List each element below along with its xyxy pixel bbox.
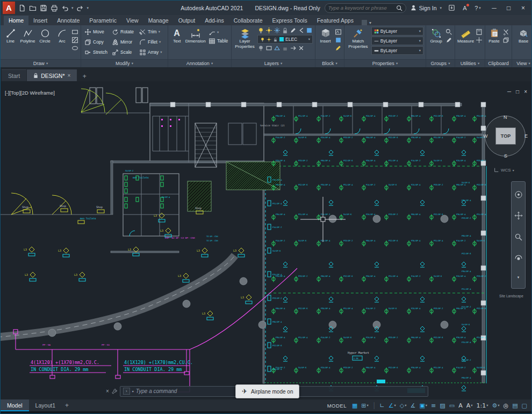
upper-rooms[interactable]	[153, 103, 189, 162]
socket-symbol[interactable]	[283, 356, 287, 360]
layer-walk-icon[interactable]	[265, 45, 272, 52]
stretch-button[interactable]: Stretch	[83, 47, 111, 57]
object-color-dropdown[interactable]: ByLayer▾	[371, 27, 423, 35]
toilets-block[interactable]	[123, 174, 179, 236]
circuit-label[interactable]: P2U/DP-4	[411, 184, 420, 186]
layers-panel-title[interactable]: Layers▾	[232, 59, 315, 67]
ribbon-tab-express-tools[interactable]: Express Tools	[267, 16, 312, 25]
move-button[interactable]: Move	[83, 27, 111, 37]
compass-north[interactable]: N	[504, 115, 507, 120]
circuit-label[interactable]: P3U/DP-4	[276, 337, 285, 339]
circuit-label[interactable]: P1A/DP-2	[456, 137, 465, 139]
round-column[interactable]	[373, 215, 380, 223]
lighting-panel-symbol[interactable]	[239, 248, 244, 253]
circuit-label[interactable]: PS1/DP-4	[389, 160, 398, 162]
clipboard-panel-title[interactable]: Clipboard	[485, 59, 512, 67]
copy-button[interactable]: Copy	[83, 37, 111, 47]
circuit-label[interactable]: P1A/DP-2	[321, 115, 330, 117]
cyan-fixture[interactable]	[377, 380, 385, 383]
circuit-label[interactable]: P6U/DP-4	[366, 367, 375, 369]
ribbon-tab-featured-apps[interactable]: Featured Apps	[312, 16, 358, 25]
shop-label[interactable]: Shop	[22, 205, 28, 209]
circuit-label[interactable]: SU/DP-6	[462, 324, 470, 326]
arc-button[interactable]: Arc	[54, 27, 70, 44]
circuit-label[interactable]: P1A/DP-2	[456, 367, 465, 369]
ribbon-tab-collaborate[interactable]: Collaborate	[229, 16, 268, 25]
new-button[interactable]	[17, 3, 27, 13]
chevron-down-icon[interactable]: ▾	[132, 389, 134, 393]
viewcube[interactable]: N W E S TOP	[485, 116, 527, 158]
circuit-label[interactable]: P6U/DP-4	[462, 235, 471, 237]
circuit-label[interactable]: P3U/DP-4	[272, 368, 282, 370]
panel-label[interactable]: L3	[74, 273, 77, 276]
circuit-label[interactable]: P1A/DP-2	[411, 160, 420, 162]
command-customize-wrench-icon[interactable]	[111, 388, 118, 395]
search-icon[interactable]	[396, 5, 402, 11]
circuit-label[interactable]: PS1/DP-4	[477, 213, 486, 216]
panel-label[interactable]: L3	[233, 249, 236, 252]
socket-symbol[interactable]	[329, 150, 333, 154]
viewcube-top-face[interactable]: TOP	[495, 127, 516, 145]
round-column[interactable]	[258, 321, 266, 329]
circuit-label[interactable]: PS2/DP-6	[298, 308, 307, 310]
command-close-icon[interactable]: ×	[106, 388, 109, 394]
socket-symbol[interactable]	[420, 262, 425, 266]
manhole[interactable]	[114, 323, 121, 330]
doc-close-icon[interactable]: ×	[524, 89, 527, 95]
layer-match-icon[interactable]	[290, 27, 297, 34]
circuit-label[interactable]: P6U/DP-4	[272, 321, 282, 323]
circuit-label[interactable]: P1A/DP-2	[456, 240, 465, 242]
new-drawing-button[interactable]: +	[80, 72, 89, 81]
panel-tag[interactable]	[133, 253, 139, 256]
model-space-label[interactable]: MODEL	[327, 403, 347, 409]
circuit-label[interactable]: SU/DP-6	[389, 308, 397, 310]
column[interactable]	[206, 102, 211, 107]
annotation-panel-title[interactable]: Annotation▾	[168, 59, 231, 67]
circuit-label[interactable]: P3U/DP-4	[276, 213, 285, 216]
circuit-label[interactable]: P1A/DP-2	[321, 213, 330, 216]
polyline-button[interactable]: Polyline	[20, 27, 35, 44]
circuit-label[interactable]: PS2/DP-6	[389, 240, 398, 242]
lighting-panel-symbol[interactable]	[63, 248, 69, 253]
paste-button[interactable]: Paste	[487, 27, 501, 44]
socket-symbol[interactable]	[329, 262, 333, 266]
ribbon-tab-annotate[interactable]: Annotate	[52, 16, 84, 25]
panel-label[interactable]: L3	[197, 249, 200, 252]
close-tab-icon[interactable]: ×	[68, 73, 71, 78]
grid-icon[interactable]: ▦	[352, 402, 357, 409]
circuit-label[interactable]: P2U/DP-4	[272, 274, 282, 276]
circuit-label[interactable]: P2U/DP-4	[366, 213, 375, 216]
save-button[interactable]	[38, 3, 48, 13]
circuit-label[interactable]: P6U/DP-4	[276, 184, 285, 186]
manhole[interactable]	[183, 300, 190, 308]
circuit-label[interactable]: P6U/DP-4	[321, 160, 330, 162]
alert-button[interactable]: A	[460, 3, 470, 13]
utilities-panel-title[interactable]: Utilities▾	[455, 59, 485, 67]
round-column[interactable]	[441, 215, 448, 223]
autocad-logo-icon[interactable]: A	[3, 2, 15, 14]
circuit-label[interactable]: P2U/DP-4	[462, 199, 471, 202]
shop-tag[interactable]	[23, 210, 30, 213]
manhole[interactable]	[240, 277, 247, 285]
draw-panel-title[interactable]: Draw▾	[1, 59, 81, 67]
panel-label[interactable]: L3	[154, 214, 157, 217]
measure-button[interactable]: Measure	[457, 27, 474, 44]
column[interactable]	[481, 102, 486, 107]
lighting-panel-symbol[interactable]	[166, 228, 171, 233]
tab-design[interactable]: DESIGN* ×	[27, 69, 77, 81]
panel-tag[interactable]	[268, 272, 271, 277]
clean-screen-icon[interactable]: ▢	[522, 402, 527, 409]
panel-tag[interactable]	[268, 295, 271, 301]
ribbon-tab-parametric[interactable]: Parametric	[84, 16, 121, 25]
shop-label[interactable]: Shop	[195, 206, 202, 210]
walls-group[interactable]	[1, 88, 486, 383]
minimize-button[interactable]: ─	[487, 1, 501, 15]
ribbon-tab-manage[interactable]: Manage	[143, 16, 174, 25]
circuit-label[interactable]: SU/DP-6	[434, 160, 442, 162]
selection-cycling-icon[interactable]: ▭	[449, 402, 455, 409]
array-button[interactable]: Array▾	[138, 47, 166, 57]
column[interactable]	[481, 231, 486, 235]
fillet-button[interactable]: Fillet▾	[138, 37, 166, 47]
undo-button[interactable]	[60, 3, 70, 13]
modify-panel-title[interactable]: Modify▾	[81, 59, 168, 67]
